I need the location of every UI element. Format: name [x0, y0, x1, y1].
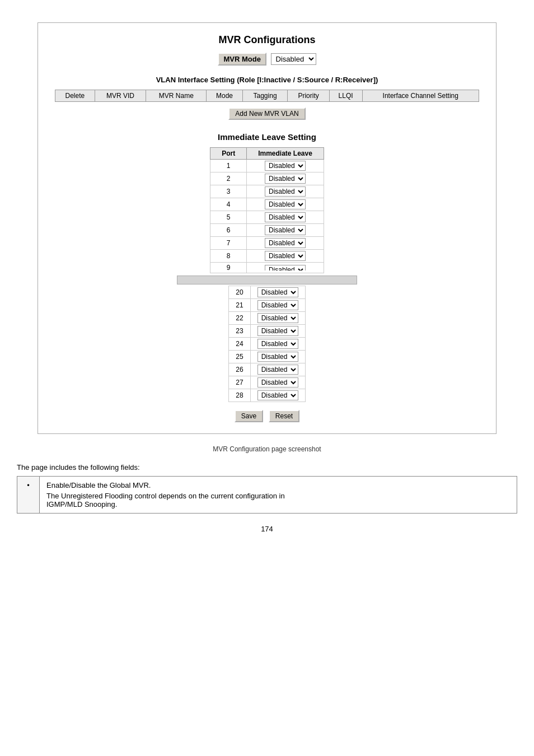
- vlan-col-priority: Priority: [288, 90, 329, 102]
- mvr-mode-label: MVR Mode: [218, 53, 266, 66]
- table-row: 21 Disabled Enabled: [229, 299, 305, 312]
- port-cell: 6: [210, 224, 247, 237]
- immediate-leave-top-table: Port Immediate Leave 1 Disabled Enabled …: [210, 147, 324, 273]
- port-cell: 28: [229, 389, 250, 402]
- immediate-leave-select[interactable]: Disabled Enabled: [257, 313, 298, 323]
- immediate-leave-cell: Disabled Enabled: [247, 160, 324, 172]
- immediate-leave-cell: Disabled Enabled: [250, 312, 305, 325]
- immediate-leave-cell: Disabled Enabled: [250, 389, 305, 402]
- immediate-leave-cell: Disabled Enabled: [250, 338, 305, 351]
- table-row: 26 Disabled Enabled: [229, 363, 305, 376]
- immediate-leave-select[interactable]: Disabled Enabled: [257, 287, 298, 297]
- field-description-cell: Enable/Disable the Global MVR. The Unreg…: [40, 477, 517, 514]
- immediate-leave-cell: Disabled Enabled: [247, 198, 324, 211]
- immediate-leave-select[interactable]: Disabled Enabled: [265, 212, 306, 222]
- page-number: 174: [17, 525, 517, 533]
- table-row: 3 Disabled Enabled: [210, 185, 324, 198]
- vlan-col-interface: Interface Channel Setting: [362, 90, 479, 102]
- port-cell: 21: [229, 299, 250, 312]
- table-row: 25 Disabled Enabled: [229, 351, 305, 363]
- reset-button[interactable]: Reset: [269, 410, 299, 422]
- vlan-col-llqi: LLQI: [329, 90, 362, 102]
- fields-table: • Enable/Disable the Global MVR. The Unr…: [17, 476, 517, 514]
- table-row: 22 Disabled Enabled: [229, 312, 305, 325]
- vlan-table: Delete MVR VID MVR Name Mode Tagging Pri…: [55, 90, 479, 102]
- immediate-leave-select[interactable]: Disabled Enabled: [265, 251, 306, 261]
- vlan-col-name: MVR Name: [146, 90, 207, 102]
- bullet-cell: •: [17, 477, 40, 514]
- partial-immediate-leave-select[interactable]: Disabled Enabled: [265, 265, 306, 270]
- table-row: 23 Disabled Enabled: [229, 325, 305, 338]
- immediate-leave-cell: Disabled Enabled: [250, 299, 305, 312]
- immediate-leave-select[interactable]: Disabled Enabled: [265, 161, 306, 171]
- fields-section: The page includes the following fields: …: [17, 463, 517, 514]
- col-port-header: Port: [210, 148, 247, 160]
- immediate-leave-cell: Disabled Enabled: [247, 211, 324, 224]
- mvr-mode-row: MVR Mode Disabled Enabled: [55, 53, 479, 66]
- screenshot-caption: MVR Configuration page screenshot: [17, 445, 517, 453]
- port-cell: 25: [229, 351, 250, 363]
- screenshot-box: MVR Configurations MVR Mode Disabled Ena…: [38, 22, 496, 434]
- immediate-leave-select[interactable]: Disabled Enabled: [265, 186, 306, 197]
- table-row: 8 Disabled Enabled: [210, 250, 324, 263]
- immediate-leave-cell: Disabled Enabled: [250, 286, 305, 299]
- immediate-leave-bottom-wrapper: 20 Disabled Enabled 21 Disabled Enabled …: [228, 286, 305, 402]
- immediate-leave-select[interactable]: Disabled Enabled: [265, 199, 306, 209]
- immediate-leave-select[interactable]: Disabled Enabled: [257, 365, 298, 375]
- port-cell: 20: [229, 286, 250, 299]
- immediate-leave-cell: Disabled Enabled: [247, 250, 324, 263]
- table-row: 5 Disabled Enabled: [210, 211, 324, 224]
- immediate-leave-select[interactable]: Disabled Enabled: [257, 377, 298, 388]
- immediate-leave-select[interactable]: Disabled Enabled: [257, 339, 298, 349]
- port-cell: 1: [210, 160, 247, 172]
- field-line-1: Enable/Disable the Global MVR.: [46, 481, 510, 489]
- port-cell: 8: [210, 250, 247, 263]
- field-line-2: The Unregistered Flooding control depend…: [46, 492, 510, 500]
- port-cell: 22: [229, 312, 250, 325]
- immediate-leave-select[interactable]: Disabled Enabled: [265, 238, 306, 248]
- immediate-leave-table-wrapper: Port Immediate Leave 1 Disabled Enabled …: [210, 147, 324, 276]
- vlan-section-title: VLAN Interface Setting (Role [I:Inactive…: [55, 76, 479, 84]
- partial-port-cell: 9: [210, 263, 247, 273]
- vlan-col-delete: Delete: [55, 90, 95, 102]
- field-line-3: IGMP/MLD Snooping.: [46, 500, 510, 508]
- fields-intro: The page includes the following fields:: [17, 463, 517, 472]
- immediate-leave-select[interactable]: Disabled Enabled: [257, 352, 298, 362]
- immediate-leave-bottom-table: 20 Disabled Enabled 21 Disabled Enabled …: [228, 286, 305, 402]
- table-row-partial: 9 Disabled Enabled: [210, 263, 324, 273]
- table-row: 4 Disabled Enabled: [210, 198, 324, 211]
- immediate-leave-cell: Disabled Enabled: [247, 224, 324, 237]
- port-cell: 4: [210, 198, 247, 211]
- mvr-mode-select[interactable]: Disabled Enabled: [271, 53, 316, 65]
- page-wrapper: MVR Configurations MVR Mode Disabled Ena…: [0, 0, 534, 550]
- scroll-section: [177, 276, 357, 284]
- save-button[interactable]: Save: [235, 410, 263, 422]
- immediate-leave-select[interactable]: Disabled Enabled: [257, 300, 298, 310]
- port-cell: 23: [229, 325, 250, 338]
- immediate-leave-select[interactable]: Disabled Enabled: [265, 174, 306, 184]
- immediate-leave-cell: Disabled Enabled: [250, 351, 305, 363]
- immediate-leave-cell: Disabled Enabled: [250, 376, 305, 389]
- mvr-config-title: MVR Configurations: [55, 34, 479, 46]
- immediate-leave-select[interactable]: Disabled Enabled: [257, 390, 298, 400]
- save-reset-row: Save Reset: [55, 410, 479, 422]
- vlan-col-mode: Mode: [207, 90, 242, 102]
- table-row: 24 Disabled Enabled: [229, 338, 305, 351]
- vlan-col-vid: MVR VID: [95, 90, 146, 102]
- table-row: 1 Disabled Enabled: [210, 160, 324, 172]
- immediate-leave-select[interactable]: Disabled Enabled: [265, 225, 306, 235]
- immediate-leave-cell: Disabled Enabled: [247, 237, 324, 250]
- port-cell: 2: [210, 172, 247, 185]
- immediate-leave-cell: Disabled Enabled: [250, 363, 305, 376]
- port-cell: 5: [210, 211, 247, 224]
- port-cell: 24: [229, 338, 250, 351]
- port-cell: 27: [229, 376, 250, 389]
- table-row: 28 Disabled Enabled: [229, 389, 305, 402]
- immediate-leave-title: Immediate Leave Setting: [55, 132, 479, 142]
- table-row: 2 Disabled Enabled: [210, 172, 324, 185]
- table-row: 27 Disabled Enabled: [229, 376, 305, 389]
- immediate-leave-select[interactable]: Disabled Enabled: [257, 326, 298, 336]
- add-new-mvr-vlan-button[interactable]: Add New MVR VLAN: [228, 108, 305, 120]
- immediate-leave-cell: Disabled Enabled: [250, 325, 305, 338]
- table-row: 6 Disabled Enabled: [210, 224, 324, 237]
